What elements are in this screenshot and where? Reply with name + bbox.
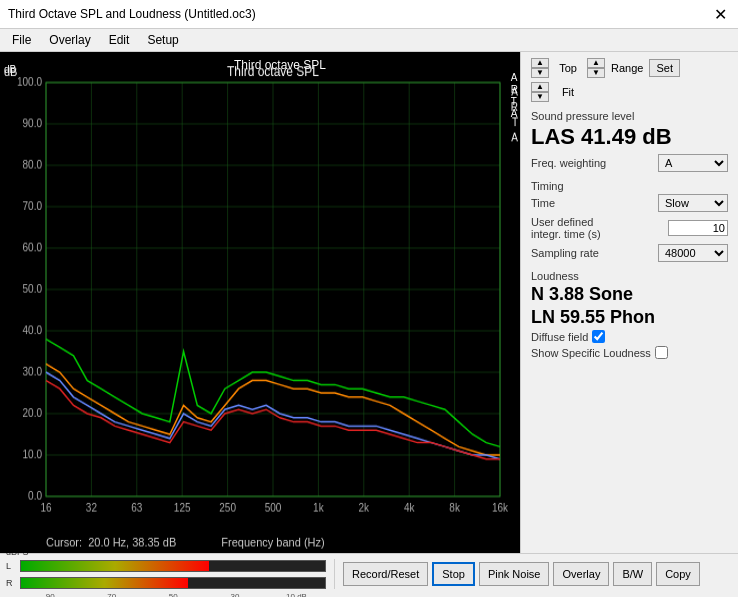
show-specific-loudness-row: Show Specific Loudness — [531, 346, 728, 359]
nav-row: ▲ ▼ Top ▲ ▼ Range Set — [531, 58, 728, 78]
top-label: Top — [555, 62, 581, 74]
channel-r-label: R — [6, 578, 18, 588]
diffuse-field-checkbox[interactable] — [592, 330, 605, 343]
range-down-btn[interactable]: ▼ — [587, 68, 605, 78]
bw-button[interactable]: B/W — [613, 562, 652, 586]
window-title: Third Octave SPL and Loudness (Untitled.… — [8, 7, 256, 21]
timing-section-label: Timing — [531, 180, 728, 192]
freq-weighting-row: Freq. weighting ABCZ — [531, 154, 728, 172]
menu-overlay[interactable]: Overlay — [41, 31, 98, 49]
fit-row: ▲ ▼ Fit — [531, 82, 728, 102]
loudness-ln-value: LN 59.55 Phon — [531, 307, 728, 328]
top-spinner[interactable]: ▲ ▼ — [531, 58, 549, 78]
dbfs-row-r: R — [6, 575, 326, 592]
menu-setup[interactable]: Setup — [139, 31, 186, 49]
meter-bar-l — [20, 560, 326, 572]
tick-10: -10 dB — [264, 592, 326, 598]
loudness-n-value: N 3.88 Sone — [531, 284, 728, 305]
controls-panel: ▲ ▼ Top ▲ ▼ Range Set ▲ ▼ Fit Sound pres… — [520, 52, 738, 553]
action-buttons: Record/Reset Stop Pink Noise Overlay B/W… — [343, 562, 700, 586]
pink-noise-button[interactable]: Pink Noise — [479, 562, 550, 586]
loudness-section-label: Loudness — [531, 270, 728, 282]
meter-fill-l — [21, 561, 209, 571]
main-container: dB Third octave SPL ARTA ▲ ▼ Top ▲ ▼ Ran… — [0, 52, 738, 553]
spl-section-label: Sound pressure level — [531, 110, 728, 122]
fit-down-btn[interactable]: ▼ — [531, 92, 549, 102]
sampling-rate-select[interactable]: 441004800096000 — [658, 244, 728, 262]
fit-spinner[interactable]: ▲ ▼ — [531, 82, 549, 102]
diffuse-field-row: Diffuse field — [531, 330, 728, 343]
y-axis-label: dB — [4, 64, 16, 75]
tick-50: -50 — [141, 592, 203, 598]
spl-value: LAS 41.49 dB — [531, 124, 728, 150]
time-row: Time SlowFastImpulse — [531, 194, 728, 212]
menu-file[interactable]: File — [4, 31, 39, 49]
freq-weighting-label: Freq. weighting — [531, 157, 606, 169]
tick-30: -30 — [203, 592, 265, 598]
chart-title: Third octave SPL — [60, 58, 500, 72]
stop-button[interactable]: Stop — [432, 562, 475, 586]
tick-70: -70 — [80, 592, 142, 598]
menu-edit[interactable]: Edit — [101, 31, 138, 49]
fit-label: Fit — [555, 86, 581, 98]
divider — [334, 559, 335, 589]
menu-bar: File Overlay Edit Setup — [0, 29, 738, 52]
show-specific-loudness-label: Show Specific Loudness — [531, 347, 651, 359]
top-down-btn[interactable]: ▼ — [531, 68, 549, 78]
set-button[interactable]: Set — [649, 59, 680, 77]
spl-chart — [0, 52, 520, 553]
user-integr-label: User definedintegr. time (s) — [531, 216, 601, 240]
diffuse-field-label: Diffuse field — [531, 331, 588, 343]
chart-area: dB Third octave SPL ARTA — [0, 52, 520, 553]
record-reset-button[interactable]: Record/Reset — [343, 562, 428, 586]
fit-up-btn[interactable]: ▲ — [531, 82, 549, 92]
meter-ticks: -90 -70 -50 -30 -10 dB — [6, 592, 326, 598]
title-bar: Third Octave SPL and Loudness (Untitled.… — [0, 0, 738, 29]
tick-90: -90 — [18, 592, 80, 598]
time-select[interactable]: SlowFastImpulse — [658, 194, 728, 212]
freq-weighting-select[interactable]: ABCZ — [658, 154, 728, 172]
copy-button[interactable]: Copy — [656, 562, 700, 586]
meter-fill-r — [21, 578, 188, 588]
channel-l-label: L — [6, 561, 18, 571]
meter-bar-r — [20, 577, 326, 589]
range-up-btn[interactable]: ▲ — [587, 58, 605, 68]
dbfs-row-l: L — [6, 558, 326, 575]
range-spinner[interactable]: ▲ ▼ — [587, 58, 605, 78]
sampling-rate-label: Sampling rate — [531, 247, 599, 259]
close-button[interactable]: ✕ — [710, 4, 730, 24]
user-integr-row: User definedintegr. time (s) — [531, 216, 728, 240]
bottom-bar: dBFS L R -90 -70 -50 -30 -10 dB Record/R… — [0, 553, 738, 593]
dbfs-area: dBFS L R -90 -70 -50 -30 -10 dB — [6, 547, 326, 598]
top-up-btn[interactable]: ▲ — [531, 58, 549, 68]
overlay-button[interactable]: Overlay — [553, 562, 609, 586]
range-label: Range — [611, 62, 643, 74]
sampling-rate-row: Sampling rate 441004800096000 — [531, 244, 728, 262]
show-specific-loudness-checkbox[interactable] — [655, 346, 668, 359]
arta-label: ARTA — [511, 72, 518, 120]
user-integr-input[interactable] — [668, 220, 728, 236]
time-label: Time — [531, 197, 555, 209]
